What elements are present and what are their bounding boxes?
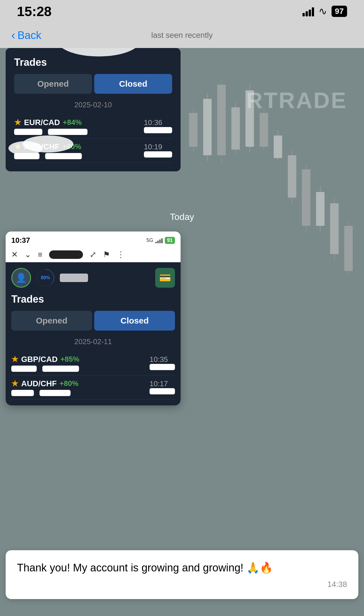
more-icon[interactable]: ⋮	[117, 250, 125, 259]
inner-battery: 91	[165, 237, 175, 244]
inner-5g-icon: 5G	[146, 237, 153, 243]
card2-pair-pct-2: +80%	[60, 379, 78, 388]
message-text: Thank you! My account is growing and gro…	[17, 560, 347, 575]
card2-pair-pct-1: +85%	[60, 355, 79, 364]
avatar: 👤	[11, 268, 31, 288]
trade-row: ★ EUR/CAD +84% 10:36	[14, 114, 172, 139]
status-time: 15:28	[17, 4, 52, 19]
wifi-icon: ∿	[319, 5, 327, 17]
rtrade-watermark: RTRADE	[246, 88, 347, 113]
redacted-c2-2c	[150, 388, 175, 394]
card2-trade-pair-2: ★ AUD/CHF +80%	[11, 379, 78, 388]
inner-toolbar: ✕ ⌄ ≡ ⤢ ⚑ ⋮	[6, 247, 181, 262]
redacted-c2-1a	[11, 366, 37, 372]
today-label: Today	[170, 212, 194, 222]
redacted-c2-1b	[42, 366, 79, 372]
close-icon[interactable]: ✕	[11, 250, 18, 259]
card2-tab-closed[interactable]: Closed	[94, 311, 175, 331]
redacted-c2-2b	[40, 390, 71, 396]
nav-bar: ‹ Back last seen recently	[0, 23, 364, 48]
redacted-1c	[144, 127, 172, 133]
pair-label-1: EUR/CAD	[24, 118, 60, 127]
back-label: Back	[17, 29, 41, 41]
star-icon: ★	[14, 118, 21, 127]
redacted-c2-2a	[11, 390, 34, 396]
redacted-1a	[14, 129, 42, 135]
card2-date: 2025-02-11	[11, 337, 175, 346]
card2-body: 👤 80% 💳 Trades Opened Closed 2025-02-11	[6, 262, 181, 405]
bookmark-icon[interactable]: ⚑	[103, 250, 110, 259]
inner-signal-icon	[155, 238, 163, 243]
filter-icon[interactable]: ≡	[38, 250, 42, 259]
card1-date: 2025-02-10	[14, 101, 172, 109]
trade-details-1	[14, 129, 87, 135]
redacted-c2-1c	[150, 364, 175, 370]
progress-ring: 80%	[36, 268, 55, 288]
share-icon[interactable]: ⤢	[90, 250, 96, 259]
redacted-1b	[48, 129, 87, 135]
card1-tab-closed[interactable]: Closed	[94, 74, 172, 94]
card2-trade-details-2	[11, 390, 78, 396]
redacted-2b	[45, 153, 82, 159]
inner-status-icons: 5G 91	[146, 237, 175, 244]
card1-title: Trades	[14, 56, 172, 68]
redacted-2c	[144, 151, 172, 158]
last-seen-text: last seen recently	[151, 31, 213, 40]
inner-time: 10:37	[11, 236, 30, 245]
card2-trade-details-1	[11, 366, 79, 372]
status-icons: ∿ 97	[302, 5, 347, 17]
card2-pair-label-2: AUD/CHF	[21, 379, 57, 388]
card2-tab-row: Opened Closed	[11, 311, 175, 331]
card2-trade-time-1: 10:35	[150, 355, 175, 364]
star-icon: ★	[11, 355, 18, 364]
redacted-profile	[60, 274, 88, 282]
card-2: 10:37 5G 91 ✕ ⌄ ≡ ⤢ ⚑ ⋮ 👤	[6, 231, 181, 405]
pair-pct-1: +84%	[63, 118, 82, 127]
star-icon: ★	[11, 379, 18, 388]
cloud-6	[8, 141, 42, 155]
trade-row: ★ AUD/CHF +80% 10:17	[11, 375, 175, 400]
back-chevron-icon: ‹	[11, 29, 15, 41]
inner-status-bar: 10:37 5G 91	[6, 231, 181, 247]
trade-time-2: 10:19	[144, 143, 172, 151]
profile-row: 👤 80% 💳	[11, 268, 175, 288]
card1-tab-row: Opened Closed	[14, 74, 172, 94]
status-bar: 15:28 ∿ 97	[0, 0, 364, 23]
trade-time-1: 10:36	[144, 118, 172, 127]
redacted-name	[49, 250, 83, 259]
card2-tab-opened[interactable]: Opened	[11, 311, 92, 331]
signal-icon	[302, 6, 314, 16]
card2-trade-time-2: 10:17	[150, 379, 175, 388]
wallet-button[interactable]: 💳	[155, 268, 175, 288]
battery-indicator: 97	[332, 6, 347, 17]
message-bubble: Thank you! My account is growing and gro…	[6, 550, 358, 599]
card2-title: Trades	[11, 293, 175, 305]
trade-row: ★ GBP/CAD +85% 10:35	[11, 351, 175, 375]
card1-tab-opened[interactable]: Opened	[14, 74, 92, 94]
back-button[interactable]: ‹ Back	[11, 29, 41, 41]
card2-pair-label-1: GBP/CAD	[21, 355, 58, 364]
chevron-down-icon[interactable]: ⌄	[25, 250, 31, 259]
trade-pair-1: ★ EUR/CAD +84%	[14, 118, 87, 127]
message-time: 14:38	[17, 580, 347, 589]
card2-trade-pair-1: ★ GBP/CAD +85%	[11, 355, 79, 364]
